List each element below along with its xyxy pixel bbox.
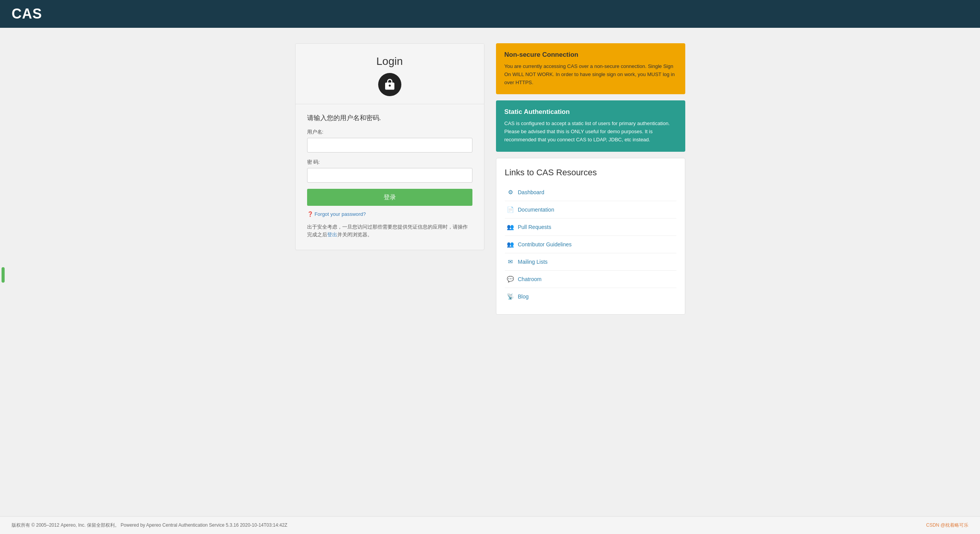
non-secure-title: Non-secure Connection bbox=[504, 51, 677, 59]
login-body: 请输入您的用户名和密码. 用户名: 密 码: 登录 ❓ Forgot your … bbox=[296, 104, 484, 250]
link-documentation[interactable]: 📄 Documentation bbox=[505, 201, 676, 219]
lock-icon bbox=[378, 73, 401, 96]
static-auth-alert: Static Authentication CAS is configured … bbox=[496, 100, 685, 151]
password-group: 密 码: bbox=[307, 159, 472, 183]
links-panel: Links to CAS Resources ⚙ Dashboard 📄 Doc… bbox=[496, 158, 685, 315]
link-chatroom[interactable]: 💬 Chatroom bbox=[505, 271, 676, 288]
security-notice: 出于安全考虑，一旦您访问过那些需要您提供凭证信息的应用时，请操作完成之后登出并关… bbox=[307, 223, 472, 238]
login-button[interactable]: 登录 bbox=[307, 189, 472, 206]
login-panel: Login 请输入您的用户名和密码. 用户名: 密 码: 登录 ❓ Forgot… bbox=[295, 43, 484, 250]
static-auth-body: CAS is configured to accept a static lis… bbox=[504, 120, 677, 144]
link-pull-requests-label: Pull Requests bbox=[518, 224, 551, 230]
file-icon: 📄 bbox=[507, 206, 514, 213]
main-content: Login 请输入您的用户名和密码. 用户名: 密 码: 登录 ❓ Forgot… bbox=[0, 28, 980, 516]
login-title: Login bbox=[303, 55, 476, 68]
non-secure-body: You are currently accessing CAS over a n… bbox=[504, 63, 677, 86]
envelope-icon: ✉ bbox=[507, 258, 514, 265]
forgot-password-line: ❓ Forgot your password? bbox=[307, 211, 472, 217]
lock-svg bbox=[384, 78, 396, 91]
footer-copyright: 版权所有 © 2005–2012 Apereo, Inc. 保留全部权利。 Po… bbox=[12, 522, 287, 529]
login-header: Login bbox=[296, 44, 484, 104]
question-icon: ❓ bbox=[307, 211, 313, 217]
security-notice-suffix: 并关闭浏览器。 bbox=[337, 232, 372, 237]
link-pull-requests[interactable]: 👥 Pull Requests bbox=[505, 219, 676, 236]
static-auth-title: Static Authentication bbox=[504, 108, 677, 116]
rss-icon: 📡 bbox=[507, 293, 514, 300]
contributor-icon: 👥 bbox=[507, 241, 514, 248]
password-input[interactable] bbox=[307, 168, 472, 183]
link-blog-label: Blog bbox=[518, 293, 529, 300]
footer-author: CSDN @枕着略可乐 bbox=[926, 522, 968, 529]
page-footer: 版权所有 © 2005–2012 Apereo, Inc. 保留全部权利。 Po… bbox=[0, 516, 980, 534]
page-header: CAS bbox=[0, 0, 980, 28]
gear-icon: ⚙ bbox=[507, 189, 514, 196]
link-contributor-guidelines-label: Contributor Guidelines bbox=[518, 241, 572, 248]
right-panel: Non-secure Connection You are currently … bbox=[496, 43, 685, 315]
link-blog[interactable]: 📡 Blog bbox=[505, 288, 676, 305]
link-mailing-lists[interactable]: ✉ Mailing Lists bbox=[505, 253, 676, 271]
password-label: 密 码: bbox=[307, 159, 472, 166]
link-dashboard-label: Dashboard bbox=[518, 189, 545, 195]
link-mailing-lists-label: Mailing Lists bbox=[518, 259, 548, 265]
non-secure-alert: Non-secure Connection You are currently … bbox=[496, 43, 685, 94]
cas-logo: CAS bbox=[12, 6, 42, 22]
forgot-password-link[interactable]: Forgot your password? bbox=[314, 211, 366, 217]
username-group: 用户名: bbox=[307, 129, 472, 153]
link-contributor-guidelines[interactable]: 👥 Contributor Guidelines bbox=[505, 236, 676, 253]
people-icon: 👥 bbox=[507, 224, 514, 231]
link-dashboard[interactable]: ⚙ Dashboard bbox=[505, 184, 676, 201]
form-subtitle: 请输入您的用户名和密码. bbox=[307, 114, 472, 122]
scroll-indicator bbox=[2, 267, 5, 283]
logout-link[interactable]: 登出 bbox=[327, 232, 337, 237]
link-documentation-label: Documentation bbox=[518, 207, 554, 213]
username-input[interactable] bbox=[307, 138, 472, 153]
chat-icon: 💬 bbox=[507, 276, 514, 283]
link-chatroom-label: Chatroom bbox=[518, 276, 542, 282]
links-title: Links to CAS Resources bbox=[505, 168, 676, 178]
username-label: 用户名: bbox=[307, 129, 472, 136]
